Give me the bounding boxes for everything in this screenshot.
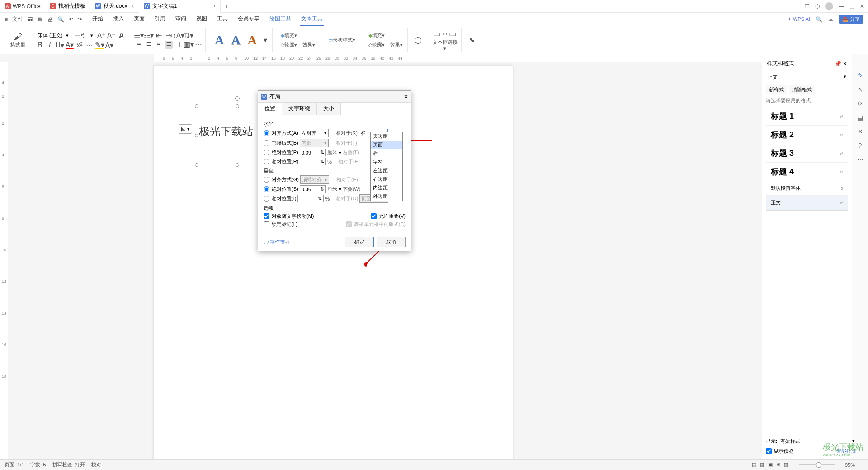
vrel-radio[interactable]: 相对位置(I) bbox=[264, 195, 296, 202]
share-button[interactable]: 📤 分享 bbox=[839, 15, 863, 24]
align-left-icon[interactable]: ≡ bbox=[135, 41, 143, 49]
dropdown-item-outer[interactable]: 外边距 bbox=[371, 192, 402, 201]
align-radio[interactable]: 对齐方式(A) bbox=[264, 130, 298, 136]
cancel-button[interactable]: 取消 bbox=[377, 237, 406, 247]
dialog-close-icon[interactable]: ✕ bbox=[404, 94, 408, 100]
wordart-3[interactable]: A bbox=[245, 33, 259, 47]
ruler-vertical[interactable]: 4224 681012 141618 bbox=[0, 62, 8, 470]
close-window-icon[interactable]: ✕ bbox=[860, 3, 864, 9]
status-page[interactable]: 页面: 1/1 bbox=[5, 461, 24, 468]
dropdown-item-leftmargin[interactable]: 左边距 bbox=[371, 166, 402, 175]
tab-reference[interactable]: 引用 bbox=[154, 13, 166, 26]
more-para-icon[interactable]: ⋯ bbox=[194, 41, 203, 49]
numbering-icon[interactable]: ☷▾ bbox=[145, 32, 153, 40]
tab-changed-icon[interactable]: • bbox=[213, 3, 215, 9]
textbox-content[interactable]: 极光下载站 bbox=[199, 124, 253, 139]
edit-side-icon[interactable]: ✎ bbox=[858, 72, 863, 79]
text-outline-button[interactable]: ◇ 轮廓 ▾ bbox=[279, 41, 299, 49]
relpos-spinner[interactable]: ⇅ bbox=[300, 158, 326, 165]
close-panel-icon[interactable]: ✕ bbox=[843, 61, 847, 67]
menu-icon[interactable]: ≡ bbox=[5, 16, 8, 23]
italic-icon[interactable]: I bbox=[46, 41, 54, 49]
view-mode-2-icon[interactable]: ▦ bbox=[760, 462, 764, 468]
layout-options-badge[interactable]: 回 ▾ bbox=[179, 124, 192, 134]
help-side-icon[interactable]: ? bbox=[859, 142, 862, 149]
dropdown-item-inner[interactable]: 内边距 bbox=[371, 183, 402, 192]
dialog-tab-wrap[interactable]: 文字环绕 bbox=[282, 103, 317, 115]
style-heading-3[interactable]: 标题 3↵ bbox=[766, 144, 848, 163]
wordart-1[interactable]: A bbox=[212, 33, 226, 47]
handle-ml[interactable] bbox=[195, 134, 198, 137]
style-heading-4[interactable]: 标题 4↵ bbox=[766, 163, 848, 181]
style-heading-2[interactable]: 标题 2↵ bbox=[766, 126, 848, 144]
zoom-in-icon[interactable]: + bbox=[839, 462, 841, 468]
dialog-tab-size[interactable]: 大小 bbox=[317, 103, 341, 115]
tab-review[interactable]: 审阅 bbox=[175, 13, 187, 26]
launcher-icon[interactable]: ⬊ bbox=[468, 36, 476, 44]
tab-text-tools[interactable]: 文本工具 bbox=[300, 13, 324, 26]
saveas-icon[interactable]: 🗎 bbox=[38, 16, 43, 23]
cursor-side-icon[interactable]: ↖ bbox=[858, 86, 863, 93]
font-select[interactable]: 宋体 (正文)▾ bbox=[36, 31, 71, 40]
preview-icon[interactable]: 🔍 bbox=[57, 16, 64, 23]
style-body[interactable]: 正文↵ bbox=[766, 196, 848, 210]
relative-to-dropdown[interactable]: 页边距 页面 栏 字符 左边距 右边距 内边距 外边距 bbox=[370, 132, 403, 201]
tab-templates[interactable]: D 找稻壳模板 bbox=[45, 0, 90, 13]
clear-format-button[interactable]: 清除格式 bbox=[789, 85, 815, 94]
status-words[interactable]: 字数: 5 bbox=[30, 461, 46, 468]
new-style-button[interactable]: 新样式 bbox=[766, 85, 787, 94]
handle-bl[interactable] bbox=[195, 163, 198, 167]
tab-drawing-tools[interactable]: 绘图工具 bbox=[269, 13, 292, 26]
zoom-value[interactable]: 95% bbox=[845, 462, 855, 468]
tab-doc-1[interactable]: W 秋天.docx × bbox=[90, 0, 139, 13]
columns-icon[interactable]: ▥▾ bbox=[184, 41, 193, 49]
style-heading-1[interactable]: 标题 1↵ bbox=[766, 107, 848, 126]
more-side-icon[interactable]: ⋯ bbox=[857, 156, 863, 163]
vabs-radio[interactable]: 绝对位置(S) bbox=[264, 186, 298, 193]
layers-side-icon[interactable]: ▤ bbox=[857, 114, 863, 121]
more-font-icon[interactable]: ⋯ bbox=[85, 41, 94, 49]
tab-insert[interactable]: 插入 bbox=[112, 13, 125, 26]
search-icon[interactable]: 🔍 bbox=[816, 16, 822, 23]
distribute-icon[interactable]: ⫴ bbox=[175, 41, 183, 49]
redo-icon[interactable]: ↷ bbox=[78, 16, 82, 23]
new-tab-button[interactable]: + bbox=[221, 0, 233, 13]
3d-icon[interactable]: ⬡ bbox=[414, 36, 422, 44]
align-justify-icon[interactable]: ≣ bbox=[165, 41, 173, 49]
lock-anchor-check[interactable]: 锁定标记(L) bbox=[264, 221, 297, 228]
bullets-icon[interactable]: ☰▾ bbox=[135, 32, 143, 40]
ok-button[interactable]: 确定 bbox=[345, 237, 374, 247]
highlight-icon[interactable]: ✎▾ bbox=[95, 41, 104, 49]
move-with-text-check[interactable]: 对象随文字移动(M) bbox=[264, 213, 314, 220]
handle-bm[interactable] bbox=[236, 163, 239, 167]
text-fill-button[interactable]: ◆ 填充 ▾ bbox=[279, 31, 317, 40]
indent-right-icon[interactable]: ⇥ bbox=[165, 32, 173, 40]
increase-font-icon[interactable]: A⁺ bbox=[97, 32, 105, 40]
dropdown-item-column[interactable]: 栏 bbox=[371, 149, 402, 158]
underline-icon[interactable]: U▾ bbox=[56, 41, 64, 49]
tab-start[interactable]: 开始 bbox=[91, 13, 104, 26]
maximize-icon[interactable]: ▢ bbox=[849, 3, 854, 9]
shape-fill-button[interactable]: ◆ 填充 ▾ bbox=[367, 31, 405, 40]
clear-format-icon[interactable]: A̷ bbox=[117, 32, 125, 40]
rotate-handle[interactable] bbox=[235, 96, 240, 101]
format-brush-button[interactable]: 🖌 格式刷 bbox=[9, 31, 26, 49]
dropdown-item-rightmargin[interactable]: 右边距 bbox=[371, 175, 402, 183]
decrease-font-icon[interactable]: A⁻ bbox=[107, 32, 115, 40]
allow-overlap-check[interactable]: 允许重叠(V) bbox=[371, 213, 406, 220]
handle-tm[interactable] bbox=[236, 104, 239, 108]
view-mode-3-icon[interactable]: ▣ bbox=[768, 462, 773, 468]
size-select[interactable]: 一号▾ bbox=[73, 31, 95, 40]
status-spell[interactable]: 拼写检查: 打开 bbox=[52, 461, 85, 468]
shape-outline-button[interactable]: ◇ 轮廓 ▾ bbox=[367, 41, 387, 49]
dropdown-item-margin[interactable]: 页边距 bbox=[371, 132, 402, 141]
align-right-icon[interactable]: ≡ bbox=[155, 41, 163, 49]
tools-side-icon[interactable]: ✕ bbox=[858, 128, 863, 135]
superscript-icon[interactable]: x² bbox=[75, 41, 84, 49]
style-default-font[interactable]: 默认段落字体a bbox=[766, 181, 848, 196]
pin-icon[interactable]: 📌 bbox=[835, 61, 841, 67]
abspos-spinner[interactable]: 0.39⇅ bbox=[300, 149, 326, 156]
abspos-radio[interactable]: 绝对位置(P) bbox=[264, 149, 298, 156]
bold-icon[interactable]: B bbox=[36, 41, 44, 49]
view-mode-4-icon[interactable]: ✱ bbox=[776, 462, 780, 468]
